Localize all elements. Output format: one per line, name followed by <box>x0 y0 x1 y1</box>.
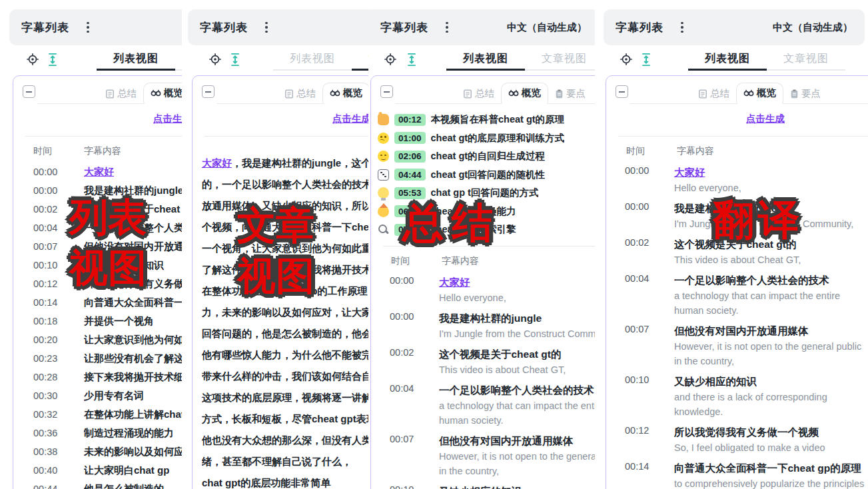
subtitle-row[interactable]: 00:00 我是建构社群的jungle I'm Jungle from the … <box>390 310 595 341</box>
subtitle-time: 00:02 <box>33 204 75 215</box>
subtitle-time: 00:02 <box>390 346 431 377</box>
auto-scroll-icon[interactable] <box>45 52 60 67</box>
auto-scroll-icon[interactable] <box>228 52 242 67</box>
subtitle-row[interactable]: 00:38 未来的影响以及如何应对 <box>33 442 182 461</box>
subtitle-time: 00:07 <box>33 241 75 252</box>
subtitle-text: 大家好 <box>84 166 114 179</box>
subtitle-row[interactable]: 00:36 制造过程涌现的能力 <box>33 424 182 442</box>
summary-item[interactable]: 01:00 cheat gt的底层原理和训练方式 <box>378 129 595 148</box>
subtitle-row[interactable]: 00:40 让大家明白chat gp <box>33 461 182 480</box>
summary-timestamp-badge[interactable]: 02:06 <box>394 151 426 163</box>
locate-icon[interactable] <box>208 52 222 67</box>
summary-timestamp-badge[interactable]: 01:00 <box>394 132 426 144</box>
generate-summary-link[interactable]: 点击生成 <box>193 113 368 125</box>
summary-timestamp-badge[interactable]: 04:44 <box>394 169 426 181</box>
subtitle-time: 00:00 <box>33 167 75 177</box>
subtitle-row[interactable]: 00:18 并提供一个视角 <box>33 312 182 330</box>
menu-dots-icon[interactable] <box>87 22 89 33</box>
summary-timestamp-badge[interactable]: 07:15 <box>394 224 426 236</box>
auto-scroll-icon[interactable] <box>639 52 653 67</box>
subtitle-link[interactable]: 大家好 <box>202 157 232 169</box>
subtitle-text: 又缺少相应的知识 <box>439 483 595 489</box>
tab-article-view[interactable]: 文章视图 <box>175 51 182 71</box>
tab-list-view[interactable]: 列表视图 <box>273 51 352 71</box>
auto-scroll-icon[interactable] <box>404 52 419 67</box>
tab-summary[interactable]: 总结 <box>456 84 501 104</box>
subtitle-row[interactable]: 00:02 这个视频是关于cheat gt的 <box>33 200 182 219</box>
thinking-face-icon <box>378 133 389 144</box>
tab-overview[interactable]: 概览 <box>501 83 548 104</box>
subtitle-time: 00:14 <box>33 297 75 308</box>
summary-item[interactable]: 00:12 本视频旨在科普cheat gt的原理 <box>378 111 595 129</box>
subtitle-language-label[interactable]: 中文（自动生成） <box>507 21 587 34</box>
subtitle-row[interactable]: 00:00 我是建构社群的jungle I'm Jungle from the … <box>625 200 868 231</box>
tab-keypoints[interactable]: 要点 <box>548 84 592 104</box>
tab-summary[interactable]: 总结 <box>99 84 143 104</box>
subtitle-row[interactable]: 00:00 大家好 Hello everyone, <box>625 164 868 195</box>
summary-item[interactable]: 05:53 chat gp t回答问题的方式 <box>378 184 595 203</box>
tab-summary[interactable]: 总结 <box>278 84 322 104</box>
generate-summary-link[interactable]: 点击生成 <box>606 113 868 125</box>
tab-article-view[interactable]: 文章视图 <box>525 51 595 71</box>
locate-icon[interactable] <box>25 52 40 67</box>
article-text: 大家好，我是建构社群的jungle，这个视频是关于cheat gt 的，一个足以… <box>193 137 368 489</box>
summary-timestamp-badge[interactable]: 05:53 <box>394 187 426 199</box>
subtitle-row[interactable]: 00:14 向普通大众全面科普一下cheat gp的原理 <box>33 293 182 312</box>
tab-list-view[interactable]: 列表视图 <box>97 51 175 71</box>
subtitle-row[interactable]: 00:12 所以我觉得我有义务做一个视频 So, I feel obligate… <box>625 424 868 455</box>
subtitle-row[interactable]: 00:02 这个视频是关于cheat gt的 This video is abo… <box>625 236 868 267</box>
subtitle-row[interactable]: 00:32 在整体功能上讲解chat gp的工作原理 <box>33 405 182 424</box>
subtitle-row[interactable]: 00:04 一个足以影响整个人类社会的技术 a technology that … <box>390 382 595 428</box>
subtitle-row[interactable]: 00:10 又缺少相应的知识 and there is a lack of co… <box>390 483 595 489</box>
tab-overview[interactable]: 概览 <box>143 83 182 104</box>
subtitle-row[interactable]: 00:12 所以我觉得我有义务做一个视频 <box>33 274 182 293</box>
summary-item[interactable]: 04:44 cheat gt回答问题的随机性 <box>378 166 595 185</box>
menu-dots-icon[interactable] <box>446 22 448 33</box>
subtitle-row[interactable]: 00:30 少用专有名词 <box>33 386 182 405</box>
subtitle-language-label[interactable]: 中文（自动生成） <box>773 21 853 34</box>
summary-item[interactable]: 07:15 cheat gt与搜索引擎 <box>378 221 595 239</box>
subtitle-translation-line: in the country, <box>674 354 868 368</box>
tab-overview[interactable]: 概览 <box>736 83 783 104</box>
summary-timestamp-badge[interactable]: 06:31 <box>394 205 426 217</box>
subtitle-time: 00:14 <box>625 460 666 489</box>
subtitle-box: 总结 概览 要点 点击生成 时间 字幕内容 <box>606 75 868 489</box>
subtitle-row[interactable]: 00:00 大家好 Hello everyone, <box>390 274 595 305</box>
subtitle-text: 这个视频是关于cheat gt的 <box>674 236 868 252</box>
tab-list-view[interactable]: 列表视图 <box>688 51 767 71</box>
subtitle-body: 大家好 Hello everyone, <box>439 274 595 305</box>
subtitle-row[interactable]: 00:10 又缺少相应的知识 <box>33 256 182 274</box>
tab-article-view[interactable]: 文章视图 <box>767 51 845 71</box>
tab-keypoints[interactable]: 要点 <box>783 84 827 104</box>
subtitle-row[interactable]: 00:02 这个视频是关于cheat gt的 This video is abo… <box>390 346 595 377</box>
summary-item[interactable]: 02:06 cheat gt的自回归生成过程 <box>378 147 595 166</box>
tab-article-view[interactable]: 文章视图 <box>352 51 368 71</box>
subtitle-row[interactable]: 00:04 一个足以影响整个人类社会的技术 <box>33 219 182 237</box>
locate-icon[interactable] <box>619 52 634 67</box>
panel-header-bar: 字幕列表 中文（自动生成） <box>368 9 595 45</box>
subtitle-row[interactable]: 00:44 他是怎么被制造的 <box>33 480 182 489</box>
subtitle-translation-line: in the country, <box>439 464 595 478</box>
menu-dots-icon[interactable] <box>681 22 683 33</box>
generate-summary-link[interactable]: 点击生成 <box>13 113 182 125</box>
subtitle-row[interactable]: 00:04 一个足以影响整个人类社会的技术 a technology that … <box>625 272 868 318</box>
summary-item[interactable]: 06:31 cheat gt的惊人能力 <box>378 203 595 221</box>
subtitle-row[interactable]: 00:10 又缺少相应的知识 and there is a lack of co… <box>625 373 868 419</box>
menu-dots-icon[interactable] <box>265 22 268 33</box>
tab-summary[interactable]: 总结 <box>691 84 736 104</box>
subtitle-row[interactable]: 00:00 我是建构社群的jungle <box>33 181 182 200</box>
summary-timestamp-badge[interactable]: 00:12 <box>394 114 426 126</box>
subtitle-row[interactable]: 00:07 但他没有对国内开放通用媒体 However, it is not o… <box>625 322 868 368</box>
tab-list-view[interactable]: 列表视图 <box>446 51 525 71</box>
subtitle-row[interactable]: 00:07 但他没有对国内开放通用媒体 <box>33 237 182 256</box>
subtitle-row[interactable]: 00:00 大家好 <box>33 163 182 181</box>
tab-overview[interactable]: 概览 <box>322 83 368 104</box>
subtitle-row[interactable]: 00:14 向普通大众全面科普一下cheat gp的原理 to comprehe… <box>625 460 868 489</box>
toolbar: 列表视图 文章视图 <box>185 51 368 72</box>
subtitle-row[interactable]: 00:20 让大家意识到他为何如此重要 <box>33 330 182 349</box>
subtitle-row[interactable]: 00:28 接下来我将抛开技术细节 <box>33 368 182 386</box>
panel-title: 字幕列表 <box>200 20 248 35</box>
locate-icon[interactable] <box>383 52 398 67</box>
subtitle-row[interactable]: 00:23 让那些没有机会了解这件事的人 <box>33 349 182 368</box>
subtitle-row[interactable]: 00:07 但他没有对国内开放通用媒体 However, it is not o… <box>390 432 595 478</box>
